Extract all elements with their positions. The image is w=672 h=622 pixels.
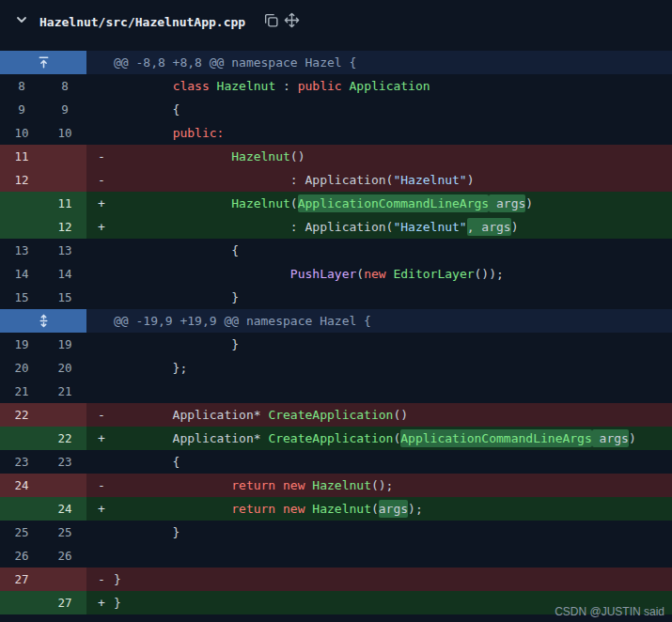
code-token: [114, 502, 231, 516]
code-token: (: [356, 267, 364, 281]
code-token: CreateApplication: [268, 431, 393, 445]
code-token: [275, 502, 283, 516]
code-token: Application*: [114, 431, 268, 445]
code-content: : Application("Hazelnut", args): [114, 215, 672, 239]
diff-line-context: 1313 {: [0, 239, 672, 262]
new-line-number: 13: [43, 239, 86, 262]
new-line-number: 20: [43, 356, 86, 380]
diff-sign: -: [86, 145, 114, 168]
old-line-number: 25: [0, 521, 43, 544]
code-token: [275, 478, 283, 492]
code-content: {: [114, 450, 672, 474]
old-line-number: 23: [0, 450, 43, 474]
diff-sign: -: [86, 474, 114, 497]
diff-sign: +: [86, 497, 114, 521]
diff-sign: [86, 521, 114, 544]
diff-line-context: 1919 }: [0, 333, 672, 356]
code-token: Hazelnut: [231, 196, 290, 210]
copy-icon: [263, 12, 279, 32]
new-line-number: [43, 168, 86, 192]
code-token: [114, 196, 231, 210]
code-token: }: [114, 337, 239, 351]
old-line-number: [0, 215, 43, 239]
code-content: Hazelnut(ApplicationCommandLineArgs args…: [114, 192, 672, 215]
new-line-number: 27: [43, 591, 86, 614]
code-token: {: [114, 243, 239, 257]
diff-viewer: Hazelnut/src/HazelnutApp.cpp @@ -8,8 +8,…: [0, 0, 672, 622]
code-token: [114, 478, 231, 492]
code-token: ): [467, 173, 475, 187]
code-token: CreateApplication: [268, 408, 393, 422]
diff-line-context: 2525 }: [0, 521, 672, 544]
new-line-number: 19: [43, 333, 86, 356]
code-token: }: [114, 572, 121, 586]
code-token: EditorLayer: [393, 267, 474, 281]
new-line-number: [43, 568, 86, 591]
diff-sign: [86, 450, 114, 474]
code-token: ());: [475, 267, 504, 281]
code-content: return new Hazelnut(args);: [114, 497, 672, 521]
old-line-number: 24: [0, 474, 43, 497]
old-line-number: 27: [0, 568, 43, 591]
new-line-number: 9: [43, 98, 86, 121]
new-line-number: 23: [43, 450, 86, 474]
code-content: Application* CreateApplication(Applicati…: [114, 427, 672, 450]
diff-sign: [86, 74, 114, 98]
old-line-number: 12: [0, 168, 43, 192]
file-path: Hazelnut/src/HazelnutApp.cpp: [39, 15, 245, 29]
new-line-number: 8: [43, 74, 86, 98]
code-content: Application* CreateApplication(): [114, 403, 672, 427]
code-token: ();: [371, 478, 393, 492]
code-token: class: [173, 79, 210, 93]
new-line-number: [43, 474, 86, 497]
diff-line-context: 2121: [0, 380, 672, 403]
old-line-number: [0, 192, 43, 215]
code-token: (: [290, 196, 298, 210]
code-token: ): [629, 431, 636, 445]
diff-line-added: 27+}: [0, 591, 672, 614]
diff-sign: [86, 286, 114, 309]
expand-hunk-button[interactable]: [0, 51, 86, 74]
code-token: ): [525, 196, 533, 210]
code-token: : Application(: [114, 220, 393, 234]
hunk-header: @@ -8,8 +8,8 @@ namespace Hazel {: [0, 51, 672, 74]
collapse-file-button[interactable]: [11, 11, 32, 32]
code-token: args: [489, 194, 525, 212]
diff-line-context: 2323 {: [0, 450, 672, 474]
code-token: );: [408, 502, 423, 516]
new-line-number: 11: [43, 192, 86, 215]
old-line-number: 22: [0, 403, 43, 427]
drag-handle[interactable]: [281, 11, 302, 32]
code-token: Hazelnut: [217, 79, 276, 93]
code-token: {: [114, 455, 180, 469]
code-token: Hazelnut: [312, 502, 371, 516]
diff-body: @@ -8,8 +8,8 @@ namespace Hazel {88 clas…: [0, 51, 672, 614]
code-content: Hazelnut(): [114, 145, 672, 168]
code-content: [114, 380, 672, 403]
diff-line-context: 2020 };: [0, 356, 672, 380]
code-content: [114, 544, 672, 568]
code-token: {: [114, 102, 180, 117]
diff-line-context: 1414 PushLayer(new EditorLayer());: [0, 262, 672, 286]
drag-move-icon: [284, 12, 300, 32]
copy-path-button[interactable]: [260, 11, 281, 32]
diff-line-context: 88 class Hazelnut : public Application: [0, 74, 672, 98]
old-line-number: 8: [0, 74, 43, 98]
diff-line-added: 22+ Application* CreateApplication(Appli…: [0, 427, 672, 450]
old-line-number: 21: [0, 380, 43, 403]
diff-sign: +: [86, 427, 114, 450]
code-content: public:: [114, 121, 672, 145]
diff-sign: [86, 380, 114, 403]
diff-sign: [86, 239, 114, 262]
code-token: , args: [467, 218, 511, 236]
code-token: "Hazelnut": [393, 173, 466, 187]
diff-sign: +: [86, 192, 114, 215]
diff-line-context: 2626: [0, 544, 672, 568]
chevron-down-icon: [14, 12, 29, 31]
expand-hunk-button[interactable]: [0, 309, 86, 333]
code-token: Application*: [114, 408, 268, 422]
code-content: class Hazelnut : public Application: [114, 74, 672, 98]
old-line-number: 26: [0, 544, 43, 568]
code-token: public:: [173, 126, 225, 140]
new-line-number: [43, 145, 86, 168]
